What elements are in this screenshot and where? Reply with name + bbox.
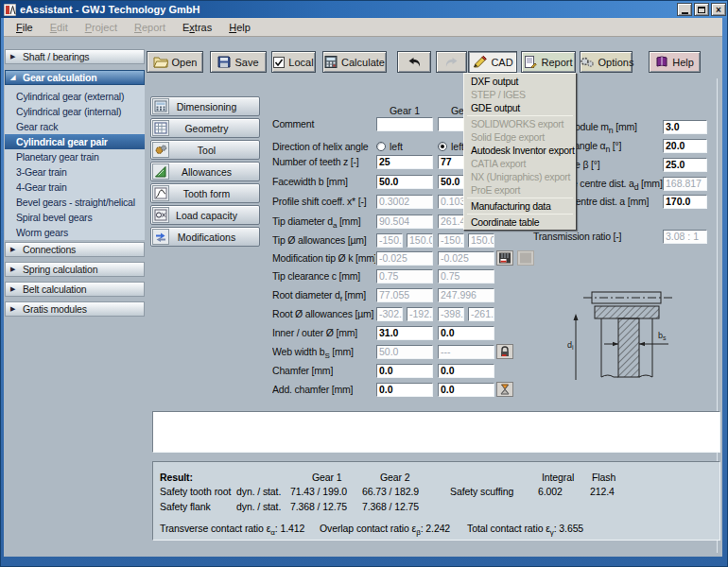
menu-file[interactable]: File xyxy=(8,22,42,33)
field-gear1-modification-tip-k-mm[interactable]: -0.025 xyxy=(376,251,433,266)
results-col-gear1: Gear 1 xyxy=(312,472,342,483)
sidebar-group-gratis-modules[interactable]: ▶Gratis modules xyxy=(5,301,145,317)
field-gear2-modification-tip-k-mm[interactable]: -0.025 xyxy=(438,251,494,266)
field-gear1-add-chamfer-mm[interactable]: 0.0 xyxy=(376,383,433,397)
field-gear2-chamfer-mm[interactable]: 0.0 xyxy=(438,364,494,378)
sidebar-item-worm-gears[interactable]: Worm gears xyxy=(5,225,145,240)
redo-button[interactable] xyxy=(436,51,467,73)
field-gear1-facewidth-b-mm[interactable]: 50.0 xyxy=(376,175,433,189)
cad-menu-item-gde-output[interactable]: GDE output xyxy=(464,101,576,114)
field-gear2a[interactable]: -398.3 xyxy=(438,307,464,321)
label-tip-allowances-m: Tip Ø allowances [µm] xyxy=(272,234,375,247)
sidebar-group-shaft-bearings[interactable]: ▶Shaft / bearings xyxy=(5,49,145,64)
field-gear1b[interactable]: 150.0 xyxy=(407,233,433,248)
cad-label: CAD xyxy=(491,57,512,68)
load-capacity-icon xyxy=(152,207,169,223)
field-gear2b[interactable]: -261.0 xyxy=(468,307,494,321)
section-button-allowances[interactable]: Allowances xyxy=(150,162,260,181)
field-gear1b[interactable]: -192.3 xyxy=(407,307,433,321)
field-gear1-tip-diameter-d[interactable]: 90.504 xyxy=(376,215,433,229)
help-button[interactable]: Help xyxy=(649,51,701,73)
field-gear1-tip-clearance-c-mm[interactable]: 0.75 xyxy=(376,269,433,284)
undo-button[interactable] xyxy=(397,51,431,73)
calculator-icon xyxy=(324,56,338,68)
field-gear1-profile-shift-coeff-x[interactable]: 0.3002 xyxy=(376,195,433,209)
cad-menu-item-coordinate-table[interactable]: Coordinate table xyxy=(464,215,576,229)
open-button[interactable]: Open xyxy=(147,51,203,73)
sidebar-item-cylindrical-gear-internal[interactable]: Cylindrical gear (internal) xyxy=(5,104,145,119)
sidebar-group-spring-calculation[interactable]: ▶Spring calculation xyxy=(5,262,145,277)
sidebar-group-gear-calculation[interactable]: ◢Gear calculation xyxy=(5,70,145,85)
menu-project[interactable]: Project xyxy=(77,22,126,33)
field-gear1-root-diameter-d[interactable]: 77.055 xyxy=(376,288,433,302)
field-gear1-inner-outer-mm[interactable]: 31.0 xyxy=(376,326,433,340)
cad-button[interactable]: CAD xyxy=(468,51,517,73)
lock-icon[interactable] xyxy=(496,344,513,359)
field-gear1a[interactable]: -302.2 xyxy=(376,307,403,321)
field-gear1-web-width-b[interactable]: 50.0 xyxy=(376,345,433,359)
field-gear1-comment[interactable] xyxy=(376,117,433,131)
field-gear1a[interactable]: -150.0 xyxy=(376,233,403,248)
local-checkbox-button[interactable]: Local xyxy=(271,51,316,73)
sidebar-group-connections[interactable]: ▶Connections xyxy=(5,242,145,257)
field-helix-angle[interactable]: 25.0 xyxy=(663,158,707,172)
title-bar[interactable]: eAssistant - GWJ Technology GmbH × xyxy=(1,1,728,18)
field-working-centre-dist-a-mm[interactable]: 170.0 xyxy=(663,195,707,209)
field-gear2-tip-clearance-c-mm[interactable]: 0.75 xyxy=(438,269,494,284)
options-button[interactable]: Options xyxy=(580,51,633,73)
sidebar-group-belt-calculation[interactable]: ▶Belt calculation xyxy=(5,282,145,297)
sidebar-item-bevel-gears-straight-helical[interactable]: Bevel gears - straight/helical xyxy=(5,195,145,210)
sidebar-item-3-gear-train[interactable]: 3-Gear train xyxy=(5,164,145,180)
radio-gear2-left[interactable] xyxy=(438,142,447,151)
cad-menu-item-solidworks-export: SOLIDWORKS export xyxy=(464,117,576,130)
cad-menu-item-catia-export: CATIA export xyxy=(464,157,576,170)
sidebar-item-cylindrical-gear-external[interactable]: Cylindrical gear (external) xyxy=(5,89,145,104)
section-button-dimensioning[interactable]: Dimensioning xyxy=(150,96,260,116)
field-gear2-web-width-b[interactable]: --- xyxy=(438,345,494,359)
sidebar-item-planetary-gear-train[interactable]: Planetary gear train xyxy=(5,149,145,164)
maximize-button[interactable] xyxy=(694,3,709,16)
field-normal-module-m[interactable]: 3.0 xyxy=(663,120,707,134)
section-button-tooth-form[interactable]: Tooth form xyxy=(150,183,260,203)
field-gear2-root-diameter-d[interactable]: 247.996 xyxy=(438,288,494,302)
sidebar-item-gear-rack[interactable]: Gear rack xyxy=(5,119,145,134)
section-button-geometry[interactable]: Geometry xyxy=(150,118,260,138)
label-chamfer-mm: Chamfer [mm] xyxy=(272,365,375,377)
menu-edit[interactable]: Edit xyxy=(42,22,77,33)
calc-small-icon[interactable] xyxy=(496,250,513,266)
cad-menu-item-dxf-output[interactable]: DXF output xyxy=(464,75,576,88)
field-reference-centre-dist-a[interactable]: 168.817 xyxy=(663,177,707,191)
field-gear2-inner-outer-mm[interactable]: 0.0 xyxy=(438,326,494,340)
label-tip-diameter-da: Tip diameter da [mm] xyxy=(272,215,375,228)
comment-info-box[interactable] xyxy=(152,411,720,453)
field-gear1-chamfer-mm[interactable]: 0.0 xyxy=(376,364,433,378)
field-gear2a[interactable]: -150.0 xyxy=(438,233,464,248)
chamfer-icon[interactable] xyxy=(496,382,513,397)
close-button[interactable]: × xyxy=(711,3,726,16)
menu-report[interactable]: Report xyxy=(126,22,174,33)
menu-help[interactable]: Help xyxy=(220,22,259,33)
cad-menu-item-manufacturing-data[interactable]: Manufacturing data xyxy=(464,199,576,213)
calculate-button[interactable]: Calculate xyxy=(322,51,387,73)
save-button[interactable]: Save xyxy=(210,51,267,73)
menu-extras[interactable]: Extras xyxy=(174,22,220,33)
sidebar-group-label: Gear calculation xyxy=(23,72,97,83)
gear-cross-section-drawing: di bs xyxy=(566,287,680,382)
section-button-tool[interactable]: Tool xyxy=(150,140,260,160)
field-transmission-ratio[interactable]: 3.08 : 1 xyxy=(663,230,707,244)
field-gear1-number-of-teeth-z[interactable]: 25 xyxy=(376,155,433,169)
field-gear2b[interactable]: 150.0 xyxy=(468,233,494,248)
cad-pencil-icon xyxy=(472,56,487,68)
sidebar-item-spiral-bevel-gears[interactable]: Spiral bevel gears xyxy=(5,210,145,225)
section-button-load-capacity[interactable]: Load capacity xyxy=(150,205,260,225)
radio-gear1-left[interactable] xyxy=(376,142,386,151)
report-button[interactable]: Report xyxy=(521,51,576,73)
calc-small-disabled-icon[interactable] xyxy=(517,250,534,266)
cad-menu-item-autodesk-inventor-export[interactable]: Autodesk Inventor export xyxy=(464,144,576,157)
sidebar-item-cylindrical-gear-pair[interactable]: Cylindrical gear pair xyxy=(5,134,145,149)
minimize-button[interactable] xyxy=(677,3,692,16)
section-button-modifications[interactable]: Modifications xyxy=(150,227,260,247)
field-gear2-add-chamfer-mm[interactable]: 0.0 xyxy=(438,383,494,397)
field-pressure-angle[interactable]: 20.0 xyxy=(663,139,707,153)
sidebar-item-4-gear-train[interactable]: 4-Gear train xyxy=(5,180,145,195)
